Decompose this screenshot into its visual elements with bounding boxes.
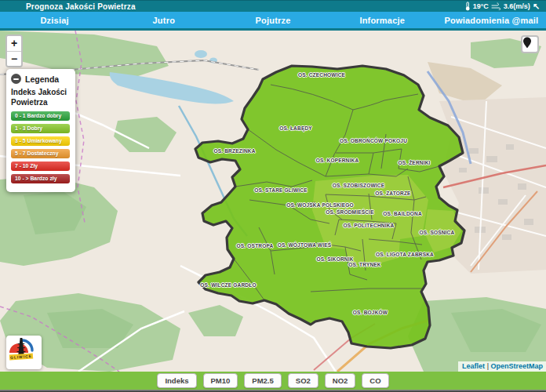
location-pin-icon [522,37,532,49]
locate-button[interactable] [521,35,539,53]
district-label: OS. BAILDONA [383,211,422,216]
map-background [0,31,546,372]
legend-item-dobry: 1 - 3 Dobry [11,124,70,133]
legend-panel: Legenda Indeks Jakości Powietrza 0 - 1 B… [6,69,75,192]
zoom-in-button[interactable]: + [7,36,21,51]
wind-icon [491,2,501,10]
tab-powiadomienia[interactable]: Powiadomienia @mail [437,12,546,28]
district-label: OS. TRYNEK [348,262,381,267]
co-button[interactable]: CO [362,373,388,388]
title-bar: Prognoza Jakości Powietrza 19°C 3.6(m/s)… [0,0,546,12]
tab-pojutrze[interactable]: Pojutrze [218,12,327,28]
district-label: OS. KOPERNIKA [316,158,359,163]
pm25-button[interactable]: PM2.5 [244,373,281,388]
district-label: OS. WILCZE GARDŁO [200,282,256,288]
district-label: OS. LIGOTA ZABRSKA [376,252,434,257]
pm10-button[interactable]: PM10 [203,373,238,388]
legend-subtitle: Indeks Jakości Powietrza [11,87,70,107]
weather-info: 19°C 3.6(m/s) ↖ [464,2,546,11]
district-label: OS. ŚRÓDMIEŚCIE [326,209,374,215]
gliwice-logo-icon: GLIWICE [6,336,36,364]
air-quality-app: Prognoza Jakości Powietrza 19°C 3.6(m/s)… [0,0,546,392]
legend-item-bardzo-zly: 10 - > Bardzo zły [11,174,70,183]
zoom-out-button[interactable]: − [7,51,21,66]
gliwice-logo: GLIWICE [6,336,42,369]
district-label: OS. BOJKÓW [353,310,388,315]
district-label: OS. BRZEZINKA [213,148,255,154]
district-label: OS. ZATORZE [375,191,410,196]
zoom-control: + − [5,34,23,67]
district-label: OS. CZECHOWICE [298,72,345,78]
district-label: OS. SIKORNIK [316,256,353,262]
leaflet-link[interactable]: Leaflet [462,362,485,370]
legend-item-umiarkowany: 3 - 5 Umiarkowany [11,136,70,146]
district-label: OS. WOJSKA POLSKIEGO [286,202,354,208]
attribution-separator: | [487,362,489,370]
legend-title: Legenda [25,74,59,84]
tab-dzisiaj[interactable]: Dzisiaj [0,12,109,28]
wind-speed-value: 3.6(m/s) [504,2,530,10]
district-label: OS. WÓJTOWA WIEŚ [278,242,332,248]
temperature-value: 19°C [473,2,489,10]
district-label: OS. SOŚNICA [420,230,455,235]
map-attribution: Leaflet | OpenStreetMap [458,361,546,372]
indeks-button[interactable]: Indeks [157,373,196,388]
so2-button[interactable]: SO2 [288,373,318,388]
legend-item-dostateczny: 5 - 7 Dostateczny [11,149,70,158]
district-label: OS. ŁABĘDY [279,125,312,131]
osm-link[interactable]: OpenStreetMap [490,362,543,370]
district-label: OS. OSTROPA [237,243,274,249]
legend-collapse-button[interactable] [11,74,21,84]
no2-button[interactable]: NO2 [325,373,356,388]
legend-item-bardzo-dobry: 0 - 1 Bardzo dobry [11,111,70,121]
district-label: OS. ŻERNIKI [398,160,430,165]
district-label: OS. SZOBISZOWICE [333,183,384,188]
legend-item-zly: 7 - 10 Zły [11,162,70,171]
district-label: OS. POLITECHNIKA [344,223,395,228]
tab-jutro[interactable]: Jutro [109,12,218,28]
district-label: OS. STARE GLIWICE [254,187,308,193]
page-title: Prognoza Jakości Powietrza [0,2,136,11]
nav-tabs: Dzisiaj Jutro Pojutrze Informacje Powiad… [0,12,546,28]
map-canvas[interactable]: OS. CZECHOWICEOS. ŁABĘDYOS. OBROŃCÓW POK… [0,31,546,372]
district-label: OS. OBROŃCÓW POKOJU [340,138,407,143]
wind-direction-arrow-icon: ↖ [533,2,540,10]
pollutant-toolbar: Indeks PM10 PM2.5 SO2 NO2 CO [0,372,546,390]
thermometer-icon [464,2,471,11]
tab-informacje[interactable]: Informacje [328,12,437,28]
